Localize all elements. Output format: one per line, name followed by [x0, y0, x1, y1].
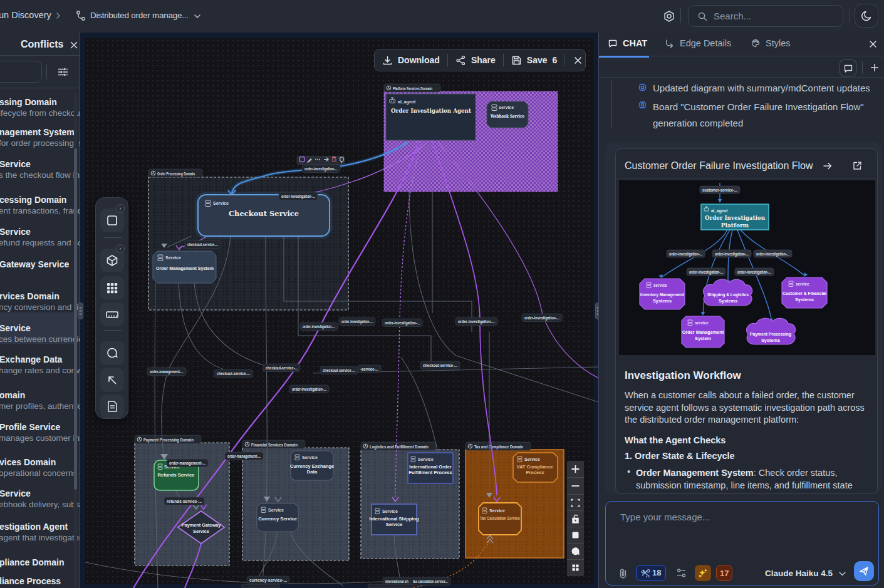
node-intl-shipping-service[interactable]: Service International Shipping Service [369, 504, 419, 535]
conflict-item[interactable]: Gateway Service [0, 249, 74, 269]
conflict-item[interactable]: estigation Agentagent that investigates [0, 511, 74, 542]
node-intl-order-fulfillment[interactable]: Service International Order Fulfillment … [408, 453, 453, 483]
edge-label[interactable]: checkout-service-... [320, 366, 358, 374]
edge-label[interactable]: order-management-... [147, 368, 186, 376]
edge-label[interactable]: order-investigation-... [279, 192, 318, 200]
conflict-item[interactable]: vices Domainoperational concerns an [0, 446, 74, 478]
tools-count-badge[interactable]: 18 [636, 565, 666, 581]
close-icon[interactable] [70, 41, 78, 49]
new-thread-button[interactable] [840, 59, 856, 76]
sidebar-resize-handle[interactable] [78, 302, 83, 319]
theme-toggle-button[interactable] [855, 4, 878, 28]
node-currency-exchange-data[interactable]: Service Currency Exchange Data [290, 451, 334, 480]
tab-edge-details[interactable]: Edge Details [665, 38, 731, 48]
edge-label[interactable]: checkout-service-... [214, 369, 252, 378]
conflict-item[interactable]: pliance Domain [0, 547, 74, 567]
edge-label[interactable]: checkout-service-... [263, 364, 300, 372]
node-order-investigation-agent[interactable]: ai_agent Order Investigation Agent [386, 94, 476, 140]
edge-label[interactable]: order-investigation-... [382, 319, 422, 327]
node-currency-service[interactable]: Service Currency Service [257, 503, 298, 532]
conflict-item[interactable]: Profile Servicemanages customer infor [0, 411, 74, 443]
tab-styles[interactable]: Styles [751, 38, 791, 48]
edge-label[interactable]: order-investigation-... [339, 317, 375, 326]
filter-icon[interactable] [58, 68, 68, 76]
goto-board-icon[interactable] [822, 160, 833, 172]
tab-chat[interactable]: CHAT [608, 38, 647, 48]
document-tool[interactable] [100, 395, 124, 418]
add-icon[interactable] [870, 63, 880, 73]
node-vat-compliance-process[interactable]: Service VAT Compliance Process [513, 453, 558, 482]
download-button[interactable]: Download [375, 49, 447, 71]
conflict-item[interactable]: Serviceces between currencie [0, 312, 74, 344]
grid-tool[interactable] [100, 276, 124, 300]
edge-label[interactable]: refunds-service-... [164, 497, 204, 505]
mini-node-platform[interactable]: ai_agent Order Investigation Platform [701, 204, 769, 230]
settings-icon[interactable] [663, 10, 675, 23]
edge-label[interactable]: order-management-... [225, 452, 263, 460]
ruler-tool[interactable] [100, 302, 124, 326]
board-canvas[interactable]: Platform Services Domain Order Processin… [80, 33, 598, 588]
edge-label[interactable]: currency-service-... [247, 576, 289, 584]
node-order-management-system[interactable]: Service Order Management System [153, 251, 216, 283]
conflict-item[interactable]: liance Process [0, 565, 74, 585]
conflict-item[interactable]: omainmer profiles, authentica [0, 379, 74, 411]
conflict-item[interactable]: nagement Systemfor order processing, s [0, 116, 74, 148]
ai-enhance-button[interactable] [695, 565, 711, 581]
comment-tool[interactable] [100, 341, 124, 365]
edge-label[interactable]: order-investigation-... [289, 385, 329, 393]
save-button[interactable]: Save 6 [504, 49, 565, 71]
attach-icon[interactable] [619, 567, 627, 580]
chevron-down-icon[interactable] [838, 571, 846, 577]
zoom-out-button[interactable] [567, 478, 584, 494]
edge-label[interactable]: -service-... [358, 365, 381, 373]
scrollbar-thumb[interactable] [74, 148, 77, 490]
select-tool[interactable] [100, 368, 124, 392]
edge-label[interactable]: order-investigation-... [300, 322, 338, 331]
mini-node-shipping[interactable]: Shipping & Logistics Systems [704, 279, 752, 306]
send-button[interactable] [854, 561, 874, 581]
conflicts-search-input[interactable] [0, 61, 42, 83]
mini-node-customer-financial[interactable]: service Customer & Financial Systems [782, 277, 827, 308]
domain-order-processing[interactable]: Order Processing Domain [148, 169, 348, 310]
conflict-item[interactable]: cessing Domainent transactions, fraud [0, 184, 74, 215]
chevron-down-icon[interactable] [193, 13, 202, 20]
node-tax-calculation-service[interactable]: Service Tax Calculation Service [479, 503, 521, 535]
conflict-item[interactable]: Services the checkout flow in [0, 148, 74, 180]
mini-node-inventory[interactable]: service Inventory Management Systems [640, 279, 685, 309]
edge-label[interactable]: international-sh [383, 577, 411, 585]
search-box[interactable]: Search... [688, 5, 843, 27]
edge-label[interactable]: tax-calculation-service... [410, 577, 450, 585]
options-icon[interactable] [676, 568, 687, 578]
mini-node-payment-processing[interactable]: Payment Processing Systems [747, 318, 796, 344]
comments-button[interactable] [567, 544, 584, 560]
chat-input-box[interactable]: Type your message... 18 17 Claude Haiku … [605, 501, 879, 585]
edge-label[interactable]: order-investigation-... [302, 165, 340, 173]
board-switcher[interactable]: Distributed order manage... [90, 11, 189, 20]
breadcrumb[interactable]: un Discovery [0, 10, 51, 20]
model-selector[interactable]: Claude Haiku 4.5 [765, 569, 833, 578]
conflict-item[interactable]: Serviceebhook delivery, subscri [0, 478, 74, 509]
edge-label[interactable]: order-investigation-... [522, 314, 562, 322]
zoom-in-button[interactable] [567, 461, 584, 477]
edge-label[interactable]: order-management-... [167, 459, 208, 467]
lock-button[interactable] [567, 511, 584, 527]
close-toolbar-button[interactable] [565, 49, 591, 71]
conflict-item[interactable]: Exchange Datahange rates and conve [0, 344, 74, 375]
edge-label[interactable]: checkout-service-... [185, 240, 221, 249]
open-external-icon[interactable] [852, 160, 863, 171]
shape-fill-button[interactable] [567, 527, 584, 544]
warning-count-badge[interactable]: 17 [716, 565, 732, 581]
mini-node-order-management[interactable]: service Order Management System [682, 316, 724, 348]
minimap-button[interactable] [567, 560, 584, 576]
expand-badge[interactable]: › [116, 244, 125, 253]
conflict-item[interactable]: ssing Domainifecycle from checkou [0, 88, 74, 118]
conflict-item[interactable]: rvices Domainncy conversion and fin [0, 281, 74, 312]
fit-view-button[interactable] [567, 495, 584, 511]
expand-badge[interactable]: › [116, 204, 125, 213]
edge-label[interactable]: order-investigation-... [455, 317, 497, 326]
node-webhook-service[interactable]: service Webhook Service [487, 101, 528, 128]
edge-label[interactable]: checkout-service-... [420, 361, 460, 369]
edge-context-toolbar[interactable] [297, 157, 345, 165]
conflict-item[interactable]: Serviceefund requests and co [0, 216, 74, 247]
share-button[interactable]: Share [448, 49, 503, 71]
